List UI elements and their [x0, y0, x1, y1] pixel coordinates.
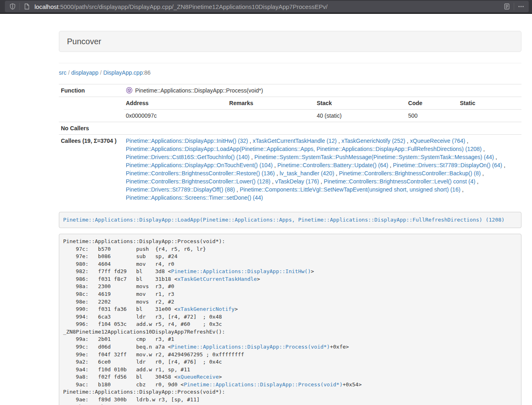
app-title-panel: Puncover — [59, 31, 521, 52]
url-bar[interactable]: localhost:5000/path/src/displayapp/Displ… — [5, 1, 529, 12]
address-value-row: 0x0000097c 40 (static) 500 — [124, 110, 521, 122]
disassembly-block: Pinetime::Applications::DisplayApp::Proc… — [59, 234, 521, 405]
callee-separator: , — [248, 138, 253, 144]
asm-text: 97e: b086 sub sp, #24 — [63, 253, 178, 259]
asm-text: 982: f7ff fd29 bl 3d8 < — [63, 268, 171, 274]
callee-separator: , — [482, 146, 485, 152]
callee-link[interactable]: Pinetime::Controllers::Battery::Update()… — [278, 162, 388, 168]
callee-link[interactable]: Pinetime::System::SystemTask::PushMessag… — [254, 154, 494, 160]
asm-text: 986: f031 f8c7 bl 31b18 < — [63, 276, 178, 282]
callee-link[interactable]: Pinetime::Drivers::St7789::DisplayOn() (… — [393, 162, 502, 168]
asm-text: 9a4: f10d 010b add.w r1, sp, #11 — [63, 366, 190, 373]
asm-symbol-link[interactable]: xTaskGetCurrentTaskHandle — [177, 276, 257, 282]
asm-text: > — [257, 276, 260, 282]
page-info-icon[interactable] — [22, 2, 31, 11]
asm-text: 9ac: b180 cbz r0, 9d0 < — [63, 381, 184, 388]
callee-link[interactable]: Pinetime::Applications::Screens::Timer::… — [126, 194, 263, 201]
asm-text: 99c: d06d beq.n a7a < — [63, 344, 171, 350]
col-code: Code — [406, 97, 458, 110]
callee-link[interactable]: Pinetime::Applications::DisplayApp::Init… — [126, 138, 248, 144]
callee-separator: , — [494, 154, 497, 160]
asm-text: 9a8: f02f fd56 bl 30458 < — [63, 374, 178, 380]
col-static: Static — [458, 97, 521, 110]
callee-separator: , — [481, 170, 484, 177]
callee-link[interactable]: Pinetime::Components::LittleVgl::SetNewT… — [240, 186, 461, 193]
value-stack: 40 (static) — [314, 110, 406, 122]
no-callers-label: No Callers — [59, 122, 124, 135]
symbol-cube-icon — [126, 87, 133, 94]
asm-text: 99e: f04f 32ff mov.w r2, #4294967295 ; 0… — [63, 351, 244, 358]
callee-link[interactable]: Pinetime::Applications::DisplayApp::OnTo… — [126, 162, 273, 168]
no-callers-row: No Callers — [59, 122, 521, 135]
asm-symbol-link[interactable]: Pinetime::Applications::DisplayApp::Proc… — [171, 344, 330, 350]
callees-cell: Pinetime::Applications::DisplayApp::Init… — [124, 135, 521, 204]
callee-link[interactable]: lv_task_handler (420) — [280, 170, 334, 177]
brand-link[interactable]: Puncover — [67, 37, 101, 46]
url-host: localhost — [34, 3, 58, 10]
function-name-cell: Pinetime::Applications::DisplayApp::Proc… — [124, 84, 521, 97]
callee-separator: , — [465, 138, 468, 144]
asm-text: > — [311, 268, 314, 274]
asm-text: +0x54> — [342, 381, 362, 388]
breadcrumb-link[interactable]: src — [59, 69, 67, 76]
callee-separator: , — [270, 178, 275, 185]
callee-link[interactable]: xTaskGetCurrentTaskHandle (12) — [253, 138, 337, 144]
breadcrumb-separator: / — [67, 69, 71, 76]
col-stack: Stack — [314, 97, 406, 110]
shield-icon[interactable] — [8, 2, 17, 11]
callee-separator: , — [235, 186, 240, 193]
reader-mode-icon[interactable] — [502, 2, 511, 11]
value-address: 0x0000097c — [124, 110, 227, 122]
callee-link[interactable]: Pinetime::Controllers::BrightnessControl… — [324, 178, 475, 185]
callee-link[interactable]: Pinetime::Applications::DisplayApp::Load… — [126, 146, 482, 152]
asm-text: _ZN8Pinetime12Applications10DisplayApp7R… — [63, 329, 225, 335]
page-actions-icon[interactable] — [517, 2, 526, 11]
asm-text: 980: 4604 mov r4, r0 — [63, 261, 174, 267]
callees-label: Callees (19, Σ=3704 ) — [59, 135, 124, 204]
selected-callee-code: Pinetime::Applications::DisplayApp::Load… — [59, 212, 521, 228]
browser-toolbar: localhost:5000/path/src/displayapp/Displ… — [0, 0, 532, 14]
col-address: Address — [124, 97, 227, 110]
function-name: Pinetime::Applications::DisplayApp::Proc… — [135, 87, 263, 94]
address-table-row: Address Remarks Stack Code Static 0x0000… — [59, 97, 521, 122]
asm-text: 9ae: f89d 300b ldrb.w r3, [sp, #11] — [63, 396, 200, 403]
asm-text: 990: f031 fa36 bl 31e00 < — [63, 306, 178, 312]
selected-callee-link[interactable]: Pinetime::Applications::DisplayApp::Load… — [63, 217, 505, 223]
breadcrumb-separator: / — [99, 69, 103, 76]
asm-text: > — [219, 374, 222, 380]
callee-separator: , — [461, 186, 464, 193]
asm-symbol-link[interactable]: Pinetime::Applications::DisplayApp::Proc… — [184, 381, 342, 388]
value-remarks — [227, 110, 315, 122]
callee-link[interactable]: Pinetime::Controllers::BrightnessControl… — [339, 170, 480, 177]
callee-separator: , — [337, 138, 342, 144]
asm-symbol-link[interactable]: xTaskGenericNotify — [177, 306, 235, 312]
callee-separator: , — [250, 154, 254, 160]
callee-separator: , — [334, 170, 339, 177]
divider — [514, 3, 514, 10]
asm-text: +0xfe> — [330, 344, 349, 350]
callee-separator: , — [388, 162, 393, 168]
callee-link[interactable]: xQueueReceive (764) — [410, 138, 465, 144]
url-text[interactable]: localhost:5000/path/src/displayapp/Displ… — [34, 3, 502, 10]
callee-link[interactable]: vTaskDelay (176) — [275, 178, 319, 185]
callee-separator: , — [475, 178, 478, 185]
function-row: Function Pinetime::Applications::Display… — [59, 84, 521, 97]
asm-symbol-link[interactable]: xQueueReceive — [177, 374, 219, 380]
divider — [59, 63, 521, 63]
callee-link[interactable]: Pinetime::Controllers::BrightnessControl… — [126, 170, 275, 177]
breadcrumb: src/displayapp/DisplayApp.cpp:86 — [59, 69, 521, 77]
callee-link[interactable]: Pinetime::Drivers::St7789::DisplayOff() … — [126, 186, 235, 193]
asm-text: > — [235, 306, 238, 312]
asm-symbol-link[interactable]: Pinetime::Applications::DisplayApp::Init… — [171, 268, 311, 274]
divider — [19, 3, 20, 10]
breadcrumb-link[interactable]: displayapp — [71, 69, 99, 76]
callee-link[interactable]: xTaskGenericNotify (252) — [341, 138, 405, 144]
callee-link[interactable]: Pinetime::Drivers::Cst816S::GetTouchInfo… — [126, 154, 250, 160]
asm-text: 98e: 2202 movs r2, #2 — [63, 299, 174, 305]
callees-row: Callees (19, Σ=3704 ) Pinetime::Applicat… — [59, 135, 521, 204]
callee-link[interactable]: Pinetime::Controllers::BrightnessControl… — [126, 178, 270, 185]
breadcrumb-link[interactable]: DisplayApp.cpp — [103, 69, 142, 76]
asm-text: 97c: b570 push {r4, r5, r6, lr} — [63, 246, 206, 252]
breadcrumb-line-number: :86 — [143, 69, 151, 76]
col-remarks: Remarks — [227, 97, 315, 110]
